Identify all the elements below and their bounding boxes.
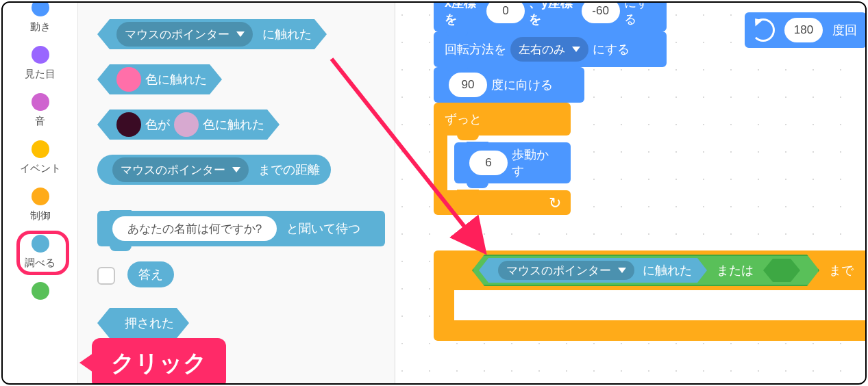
operators-dot-icon	[32, 282, 49, 300]
events-dot-icon	[32, 140, 49, 158]
cw-arrow-icon	[752, 18, 775, 42]
click-callout: クリック	[92, 338, 226, 385]
color-suffix-label: 色に触れた	[203, 116, 264, 133]
category-operators[interactable]	[3, 276, 77, 304]
touching-menu[interactable]: マウスのポインター	[116, 22, 253, 47]
category-sensing[interactable]: 調べる	[3, 229, 77, 276]
goto-suffix: にする	[624, 1, 656, 27]
motion-stack[interactable]: x座標を 0 、y座標を -60 にする 回転方法を 左右のみ にする 90 度…	[434, 1, 667, 215]
category-control[interactable]: 制御	[3, 182, 77, 229]
color-swatch-icon[interactable]	[116, 112, 141, 137]
point-suffix: 度に向ける	[491, 77, 553, 93]
move-value-input[interactable]: 6	[469, 151, 508, 175]
goto-prefix: x座標を	[445, 1, 482, 27]
touching-suffix: に触れた	[643, 262, 692, 279]
color-touching-color-block[interactable]: 色が 色に触れた	[97, 110, 395, 140]
sound-dot-icon	[32, 93, 49, 111]
distance-suffix: までの距離	[258, 162, 320, 178]
rotstyle-suffix: にする	[593, 41, 630, 57]
touching-menu[interactable]: マウスのポインター	[498, 261, 634, 280]
touching-color-block[interactable]: 色に触れた	[97, 64, 395, 94]
turn-cw-block[interactable]: 180 度回	[745, 12, 867, 48]
move-block[interactable]: 6 歩動かす	[454, 142, 571, 183]
move-suffix: 歩動かす	[512, 146, 560, 179]
color-mid-label: 色が	[145, 116, 170, 133]
goto-y-input[interactable]: -60	[582, 1, 620, 23]
loop-arrow-icon: ↻	[549, 194, 561, 212]
looks-dot-icon	[32, 46, 49, 64]
turn-value-input[interactable]: 180	[784, 18, 823, 42]
category-label: 動き	[30, 21, 51, 34]
category-strip: 動き 見た目 音 イベント 制御 調べる	[3, 3, 78, 383]
key-pressed-block[interactable]: xx 押された	[97, 308, 395, 338]
answer-monitor-checkbox[interactable]	[97, 267, 115, 285]
point-value-input[interactable]: 90	[449, 73, 487, 97]
sensing-dot-icon	[32, 235, 49, 253]
category-events[interactable]: イベント	[3, 135, 77, 182]
category-label: 調べる	[25, 257, 55, 270]
color-swatch-icon[interactable]	[116, 67, 141, 92]
script-canvas[interactable]: x座標を 0 、y座標を -60 にする 回転方法を 左右のみ にする 90 度…	[395, 3, 865, 383]
category-label: 見た目	[25, 68, 55, 81]
color-swatch-icon[interactable]	[174, 112, 199, 137]
turn-suffix: 度回	[832, 22, 857, 38]
control-dot-icon	[32, 188, 49, 205]
category-label: 音	[35, 115, 45, 128]
answer-reporter[interactable]: 答え	[127, 261, 174, 287]
rotstyle-prefix: 回転方法を	[445, 41, 506, 57]
category-looks[interactable]: 見た目	[3, 40, 77, 88]
block-palette: マウスのポインター に触れた 色に触れた 色が 色に触れた マウスのポインタ	[78, 3, 395, 383]
repeat-until-block[interactable]: マウスのポインター に触れた または まで	[434, 250, 865, 341]
or-operator-block[interactable]: マウスのポインター に触れた または	[472, 255, 819, 286]
app-viewport: 動き 見た目 音 イベント 制御 調べる	[1, 1, 867, 385]
ask-block[interactable]: あなたの名前は何ですか? と聞いて待つ	[97, 211, 395, 246]
ask-suffix: と聞いて待つ	[286, 220, 360, 237]
touching-block[interactable]: マウスのポインター に触れた	[97, 19, 395, 49]
category-motion[interactable]: 動き	[3, 5, 77, 40]
empty-bool-slot[interactable]	[763, 259, 800, 282]
key-pressed-suffix: 押された	[125, 315, 174, 331]
category-label: 制御	[30, 209, 51, 222]
rotstyle-menu[interactable]: 左右のみ	[510, 37, 588, 62]
category-label: イベント	[20, 162, 61, 175]
goto-mid: 、y座標を	[529, 1, 578, 27]
touching-block-nested: マウスのポインター に触れた	[479, 258, 707, 283]
motion-dot-icon	[32, 1, 49, 16]
touching-color-suffix: 色に触れた	[145, 71, 207, 88]
distance-to-block[interactable]: マウスのポインター までの距離	[97, 155, 395, 185]
goto-x-input[interactable]: 0	[486, 1, 525, 23]
touching-suffix: に触れた	[262, 26, 312, 42]
or-label: または	[717, 262, 754, 279]
distance-menu[interactable]: マウスのポインター	[112, 157, 249, 182]
forever-block[interactable]: ずっと 6 歩動かす ↻	[434, 103, 571, 215]
until-tail: まで	[829, 262, 854, 279]
forever-label: ずっと	[445, 111, 482, 127]
ask-question-input[interactable]: あなたの名前は何ですか?	[112, 216, 277, 241]
answer-row: 答え	[97, 261, 395, 287]
category-sound[interactable]: 音	[3, 88, 77, 135]
